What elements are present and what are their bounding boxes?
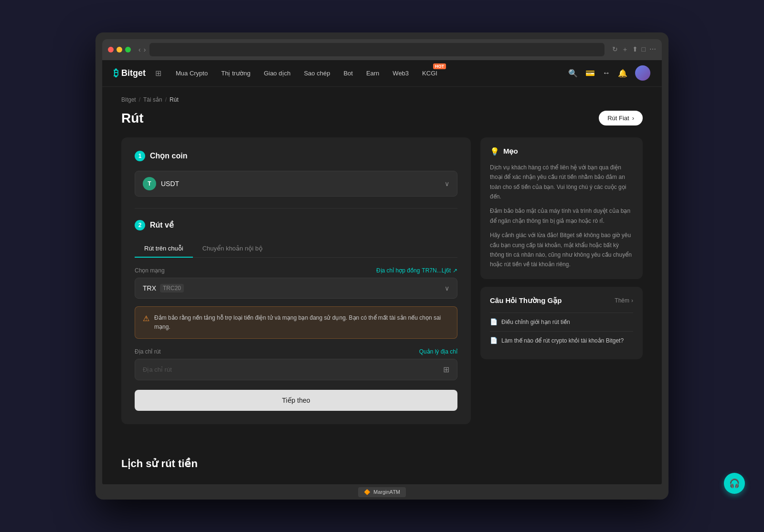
more-icon[interactable]: ⋯ [649,45,656,54]
logo-text: Bitget [121,68,146,78]
forward-button[interactable]: › [144,46,146,53]
breadcrumb-home[interactable]: Bitget [121,96,136,103]
logo[interactable]: ₿ Bitget [114,68,146,79]
network-tag: TRC20 [160,284,184,292]
taskbar-app-label: MarginATM [373,489,400,495]
back-button[interactable]: ‹ [138,46,141,53]
tip-paragraph-1: Dịch vụ khách hàng có thể liên hệ với bạ… [490,163,633,202]
tip-header: 💡 Mẹo [490,147,633,156]
faq-text-1: Điều chỉnh giới hạn rút tiền [501,318,570,326]
address-bar[interactable] [149,43,604,56]
step2-title: Rút về [150,220,174,229]
bookmark-icon[interactable]: □ [642,45,646,54]
network-select[interactable]: TRX TRC20 ∨ [135,278,457,299]
chevron-right-icon: › [631,297,633,304]
browser-content: ₿ Bitget ⊞ Mua Crypto Thị trường Giao dị… [102,60,662,484]
main-content: Bitget / Tài sản / Rút Rút Rút Fiat › [102,87,662,443]
transfer-icon[interactable]: ↔ [603,69,610,77]
faq-header: Câu Hỏi Thường Gặp Thêm › [490,296,633,305]
external-link-icon: ↗ [453,267,457,274]
chevron-down-icon: ∨ [445,180,449,188]
close-button[interactable] [108,47,114,52]
address-field-wrap: Địa chỉ rút Quản lý địa chỉ ⊞ [135,348,457,380]
history-section: Lịch sử rút tiền [102,443,662,484]
avatar[interactable] [635,65,650,81]
nav-item-earn[interactable]: Earn [360,60,386,87]
coin-select-left: T USDT [143,177,179,190]
address-input-row: ⊞ [135,359,457,380]
tip-text: Dịch vụ khách hàng có thể liên hệ với bạ… [490,163,633,270]
tip-paragraph-2: Đảm bảo bảo mật của máy tính và trình du… [490,206,633,226]
contract-label: Địa chỉ hợp đồng [376,267,420,274]
page-title: Rút [121,111,144,126]
warning-box: ⚠ Đảm bảo rằng nền tảng hỗ trợ loại tiền… [135,306,457,339]
taskbar-app[interactable]: 🔶 MarginATM [358,487,406,497]
reload-icon[interactable]: ↻ [612,45,618,54]
faq-item-2[interactable]: 📄 Làm thế nào để rút crypto khỏi tài kho… [490,331,633,350]
network-chevron-icon: ∨ [445,284,449,292]
taskbar: 🔶 MarginATM [102,484,662,500]
contract-link[interactable]: Địa chỉ hợp đồng TR7N...Lj6t ↗ [376,267,457,274]
browser-actions: ↻ ＋ ⬆ □ ⋯ [612,45,656,54]
network-name: TRX [143,284,156,292]
coin-select[interactable]: T USDT ∨ [135,171,457,197]
search-icon[interactable]: 🔍 [568,69,578,78]
tip-paragraph-3: Hãy cảnh giác với lừa đảo! Bitget sẽ khô… [490,230,633,270]
warning-icon: ⚠ [143,314,149,332]
step1-number: 1 [135,151,145,161]
nav-item-bot[interactable]: Bot [337,60,360,87]
page-header: Rút Rút Fiat › [121,111,643,126]
breadcrumb-parent[interactable]: Tài sản [143,96,162,103]
breadcrumb: Bitget / Tài sản / Rút [121,96,643,103]
nav-item-web3[interactable]: Web3 [386,60,415,87]
logo-icon: ₿ [114,68,118,79]
address-label: Địa chỉ rút [135,348,161,355]
maximize-button[interactable] [125,47,131,52]
share-icon[interactable]: ⬆ [632,45,638,54]
warning-text: Đảm bảo rằng nền tảng hỗ trợ loại tiền đ… [154,313,449,332]
divider [135,208,457,209]
step1-header: 1 Chọn coin [135,151,457,161]
faq-text-2: Làm thế nào để rút crypto khỏi tài khoản… [501,336,624,345]
address-field-row: Địa chỉ rút Quản lý địa chỉ [135,348,457,355]
minimize-button[interactable] [117,47,122,52]
traffic-lights [108,47,131,52]
faq-item-1[interactable]: 📄 Điều chỉnh giới hạn rút tiền [490,313,633,331]
bulb-icon: 💡 [490,147,499,156]
address-manage-link[interactable]: Quản lý địa chỉ [419,348,457,355]
fiat-button[interactable]: Rút Fiat › [599,111,643,125]
faq-card: Câu Hỏi Thường Gặp Thêm › 📄 Điều chỉnh g… [480,287,643,359]
network-select-left: TRX TRC20 [143,284,184,292]
nav-item-thi-truong[interactable]: Thị trường [214,60,257,87]
tab-internal[interactable]: Chuyển khoản nội bộ [193,240,272,258]
tab-onchain[interactable]: Rút trên chuỗi [135,240,193,258]
hot-badge: HOT [433,63,446,69]
doc-icon-1: 📄 [490,318,498,325]
nav-items: Mua Crypto Thị trường Giao dịch Sao chép… [169,60,568,87]
address-input[interactable] [143,366,443,373]
notification-icon[interactable]: 🔔 [618,69,627,78]
nav-item-kcgi[interactable]: KCGI HOT [415,60,447,87]
nav-right: 🔍 💳 ↔ 🔔 [568,65,650,81]
left-panel: 1 Chọn coin T USDT ∨ 2 Rút về [121,137,471,424]
tip-title: Mẹo [503,147,518,156]
content-grid: 1 Chọn coin T USDT ∨ 2 Rút về [121,137,643,424]
step2-header: 2 Rút về [135,220,457,230]
step1-title: Chọn coin [150,151,187,160]
network-label: Chọn mạng [135,267,165,274]
navbar: ₿ Bitget ⊞ Mua Crypto Thị trường Giao dị… [102,60,662,87]
nav-item-sao-chep[interactable]: Sao chép [297,60,337,87]
coin-name: USDT [161,180,179,188]
faq-more-link[interactable]: Thêm › [615,297,633,304]
breadcrumb-current: Rút [170,96,179,103]
nav-item-mua-crypto[interactable]: Mua Crypto [169,60,214,87]
faq-title: Câu Hỏi Thường Gặp [490,296,562,305]
qr-icon[interactable]: ⊞ [443,365,449,374]
wallet-icon[interactable]: 💳 [585,69,595,78]
add-tab-icon[interactable]: ＋ [622,45,628,54]
nav-item-giao-dich[interactable]: Giao dịch [257,60,297,87]
grid-menu-icon[interactable]: ⊞ [155,69,161,78]
next-button[interactable]: Tiếp theo [135,390,457,411]
tip-card: 💡 Mẹo Dịch vụ khách hàng có thể liên hệ … [480,137,643,279]
contract-value: TR7N...Lj6t [422,267,451,274]
